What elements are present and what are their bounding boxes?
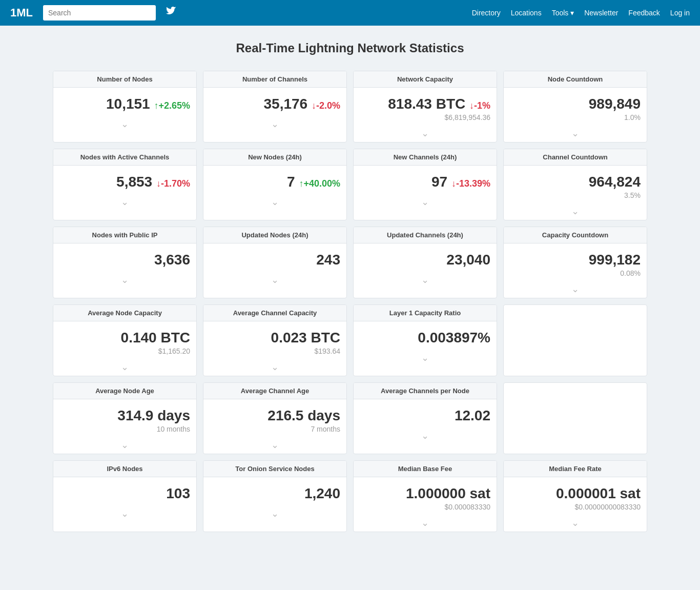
card-body: 0.140 BTC $1,165.20 [53, 321, 196, 359]
card-body: 1,240 [203, 477, 346, 506]
card-header: Node Countdown [504, 71, 647, 88]
card-toggle[interactable]: ⌄ [354, 194, 497, 211]
page: Real-Time Lightning Network Statistics N… [43, 26, 657, 547]
card-toggle[interactable]: ⌄ [203, 359, 346, 376]
card-header: Capacity Countdown [504, 227, 647, 243]
card-sub: $1,165.20 [59, 347, 190, 355]
card-toggle[interactable]: ⌄ [354, 515, 497, 532]
card-body: 5,853 ↓-1.70% [53, 166, 196, 194]
badge-up: ↑+40.00% [299, 178, 340, 189]
nav-feedback[interactable]: Feedback [628, 9, 660, 17]
stat-card-ipv6-nodes: IPv6 Nodes 103 ⌄ [53, 460, 197, 532]
card-toggle[interactable]: ⌄ [504, 204, 647, 220]
card-header: Nodes with Public IP [53, 227, 196, 243]
stat-card-avg-node-capacity: Average Node Capacity 0.140 BTC $1,165.2… [53, 304, 197, 376]
card-toggle[interactable]: ⌄ [504, 515, 647, 532]
card-header: Average Node Age [53, 383, 196, 399]
stat-card-avg-channels-per-node: Average Channels per Node 12.02 ⌄ [353, 382, 497, 454]
card-toggle[interactable]: ⌄ [203, 116, 346, 133]
search-input[interactable] [43, 5, 156, 21]
card-main: 243 [210, 252, 340, 268]
stat-card-capacity-countdown: Capacity Countdown 999,182 0.08% ⌄ [503, 227, 647, 298]
card-toggle[interactable]: ⌄ [354, 428, 497, 444]
card-main: 0.023 BTC [210, 330, 340, 346]
card-header: Average Node Capacity [53, 305, 196, 321]
card-body: 964,824 3.5% [504, 166, 647, 204]
nav-newsletter[interactable]: Newsletter [584, 9, 618, 17]
nav-tools[interactable]: Tools ▾ [552, 9, 574, 17]
card-header: Network Capacity [354, 71, 497, 88]
stat-card-channel-countdown: Channel Countdown 964,824 3.5% ⌄ [503, 149, 647, 220]
card-header: Median Fee Rate [504, 461, 647, 477]
card-toggle[interactable]: ⌄ [53, 194, 196, 211]
card-body: 35,176 ↓-2.0% [203, 88, 346, 116]
card-header: Number of Channels [203, 71, 346, 88]
card-body: 3,636 [53, 243, 196, 272]
card-body: 314.9 days 10 months [53, 399, 196, 437]
card-toggle[interactable]: ⌄ [354, 350, 497, 367]
card-body: 10,151 ↑+2.65% [53, 88, 196, 116]
card-body: 0.023 BTC $193.64 [203, 321, 346, 359]
card-toggle[interactable]: ⌄ [53, 506, 196, 522]
stat-card-nodes-public-ip: Nodes with Public IP 3,636 ⌄ [53, 227, 197, 298]
card-toggle[interactable]: ⌄ [504, 281, 647, 298]
stat-card-new-nodes-24h: New Nodes (24h) 7 ↑+40.00% ⌄ [203, 149, 347, 220]
card-toggle[interactable]: ⌄ [203, 272, 346, 289]
card-body: 0.003897% [354, 321, 497, 350]
card-main: 23,040 [360, 252, 490, 268]
card-toggle[interactable]: ⌄ [354, 126, 497, 142]
stat-card-layer1-capacity-ratio: Layer 1 Capacity Ratio 0.003897% ⌄ [353, 304, 497, 376]
page-title: Real-Time Lightning Network Statistics [53, 41, 647, 55]
card-main: 97 ↓-13.39% [360, 174, 490, 190]
card-body: 97 ↓-13.39% [354, 166, 497, 194]
card-sub: $193.64 [210, 347, 340, 355]
card-toggle[interactable]: ⌄ [203, 437, 346, 454]
stat-card-network-capacity: Network Capacity 818.43 BTC ↓-1% $6,819,… [353, 71, 497, 143]
card-body: 818.43 BTC ↓-1% $6,819,954.36 [354, 88, 497, 126]
card-body: 1.000000 sat $0.000083330 [354, 477, 497, 515]
card-toggle[interactable]: ⌄ [53, 272, 196, 289]
card-toggle[interactable]: ⌄ [53, 116, 196, 133]
card-toggle[interactable]: ⌄ [354, 272, 497, 289]
card-main: 999,182 [510, 252, 641, 268]
card-toggle[interactable]: ⌄ [504, 126, 647, 142]
card-sub: $6,819,954.36 [360, 113, 490, 121]
card-body: 23,040 [354, 243, 497, 272]
card-body: 7 ↑+40.00% [203, 166, 346, 194]
card-toggle[interactable]: ⌄ [53, 359, 196, 376]
card-header: Tor Onion Service Nodes [203, 461, 346, 477]
stat-card-median-base-fee: Median Base Fee 1.000000 sat $0.00008333… [353, 460, 497, 532]
card-header: Updated Nodes (24h) [203, 227, 346, 243]
card-main: 1.000000 sat [360, 485, 490, 502]
card-body: 243 [203, 243, 346, 272]
card-body: 989,849 1.0% [504, 88, 647, 126]
card-body: 999,182 0.08% [504, 243, 647, 281]
stats-grid: Number of Nodes 10,151 ↑+2.65% ⌄ Number … [53, 71, 647, 532]
nav-locations[interactable]: Locations [511, 9, 542, 17]
twitter-link[interactable] [166, 7, 176, 19]
stat-card-node-countdown: Node Countdown 989,849 1.0% ⌄ [503, 71, 647, 143]
stat-card-median-fee-rate: Median Fee Rate 0.000001 sat $0.00000000… [503, 460, 647, 532]
card-main: 216.5 days [210, 408, 340, 424]
card-main: 12.02 [360, 408, 490, 424]
card-header: Average Channel Capacity [203, 305, 346, 321]
card-header: Updated Channels (24h) [354, 227, 497, 243]
card-toggle[interactable]: ⌄ [203, 194, 346, 211]
card-header: New Nodes (24h) [203, 149, 346, 166]
card-toggle[interactable]: ⌄ [53, 437, 196, 454]
card-main: 5,853 ↓-1.70% [59, 174, 190, 190]
card-main: 314.9 days [59, 408, 190, 424]
card-toggle[interactable]: ⌄ [203, 506, 346, 522]
badge-down: ↓-1.70% [156, 178, 190, 189]
nav-links: Directory Locations Tools ▾ Newsletter F… [472, 9, 690, 17]
stat-card-number-of-channels: Number of Channels 35,176 ↓-2.0% ⌄ [203, 71, 347, 143]
card-header: IPv6 Nodes [53, 461, 196, 477]
nav-logo[interactable]: 1ML [10, 6, 33, 19]
nav-directory[interactable]: Directory [472, 9, 501, 17]
badge-down: ↓-2.0% [312, 100, 340, 111]
nav-login[interactable]: Log in [670, 9, 690, 17]
card-main: 7 ↑+40.00% [210, 174, 340, 190]
card-header: Median Base Fee [354, 461, 497, 477]
card-header: Average Channel Age [203, 383, 346, 399]
card-header: Channel Countdown [504, 149, 647, 166]
